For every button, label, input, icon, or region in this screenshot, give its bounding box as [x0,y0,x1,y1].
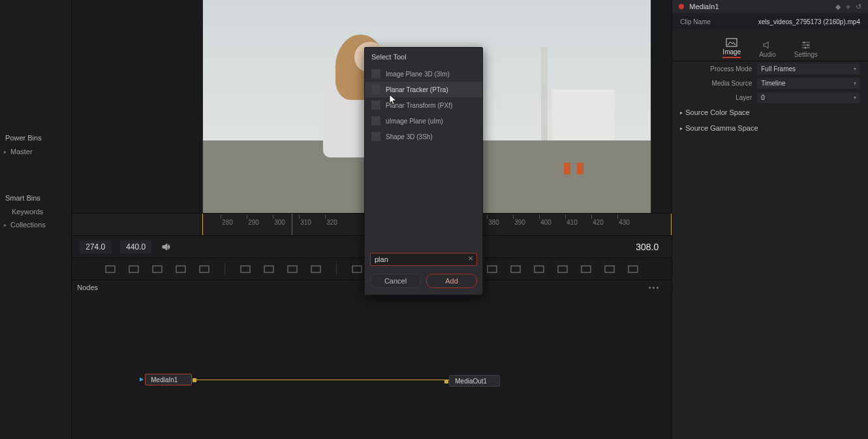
process-mode-select[interactable]: Full Frames ▾ [757,63,860,74]
tool-item[interactable]: Shape 3D (3Sh) [365,129,482,144]
layer-select[interactable]: 0 ▾ [757,92,860,103]
svg-rect-14 [488,266,497,272]
svg-rect-6 [264,266,273,272]
fog-icon[interactable] [604,264,615,274]
dialog-search-wrap: ✕ [370,253,477,266]
audio-tab-icon [762,41,773,50]
node-wire [196,380,449,380]
channel-bool-icon[interactable] [351,264,363,274]
ruler-tick: 300 [274,219,285,226]
node-in-port[interactable] [444,380,448,383]
power-bins-header: Power Bins [0,131,71,145]
node-graph[interactable]: MediaIn1 MediaOut1 ▶ [72,294,672,439]
ruler-tick: 400 [540,219,551,226]
svg-rect-20 [628,266,638,272]
clear-search-icon[interactable]: ✕ [468,255,473,262]
svg-point-24 [804,47,806,49]
tool-item[interactable]: Planar Tracker (PTra) [365,82,482,97]
tab-settings[interactable]: Settings [794,41,818,58]
ruler-tick: 430 [619,219,630,226]
svg-rect-2 [153,266,162,272]
tab-image[interactable]: Image [722,38,741,58]
search-input[interactable] [370,253,477,266]
svg-rect-0 [106,266,115,272]
smart-bin-collections[interactable]: ▸ Collections [0,218,71,231]
tool-item-icon [371,116,380,125]
volume-icon[interactable] [161,242,171,252]
tool-item[interactable]: Image Plane 3D (3Im) [365,66,482,82]
media-source-select[interactable]: Timeline ▾ [757,78,860,89]
time-current[interactable]: 308.0 [636,242,659,252]
svg-point-23 [807,44,809,46]
sparkle-icon[interactable] [198,264,210,274]
tool-item[interactable]: uImage Plane (uIm) [365,113,482,129]
time-in[interactable]: 274.0 [80,240,111,253]
particles-icon[interactable] [533,264,545,274]
tool-list: Image Plane 3D (3Im)Planar Tracker (PTra… [365,66,482,249]
tool-item-label: Planar Tracker (PTra) [386,86,448,93]
smart-bins-header: Smart Bins [0,191,71,205]
source-gamma-space-collapse[interactable]: ▸ Source Gamma Space [672,120,868,136]
svg-rect-19 [605,266,614,272]
svg-rect-7 [288,266,297,272]
stabilize-icon[interactable] [557,264,568,274]
ruler-tick: 280 [222,219,233,226]
svg-rect-3 [176,266,185,272]
svg-rect-8 [311,266,320,272]
merge-node-icon[interactable] [128,264,140,274]
tool-item-label: Shape 3D (3Sh) [386,133,433,140]
viewer-left-empty [72,0,202,213]
3d-cube-icon[interactable] [580,264,592,274]
transform-icon[interactable] [486,264,498,274]
enabled-dot-icon[interactable] [679,4,684,9]
svg-rect-18 [581,266,591,272]
node-out-port[interactable] [193,378,196,382]
drop-icon[interactable] [310,264,322,274]
process-mode-label: Process Mode [672,65,757,73]
ruler-tick: 320 [326,219,337,226]
tool-item-icon [371,69,380,78]
text-node-icon[interactable] [151,264,163,274]
background-node-icon[interactable] [104,264,116,274]
inspector-title: MediaIn1 ◆ ⋄ ↺ [672,0,868,13]
process-mode-row: Process Mode Full Frames ▾ [672,61,868,76]
power-bin-master[interactable]: ▸ Master [0,145,71,158]
settings-tab-icon [800,41,812,50]
smart-bin-keywords[interactable]: Keywords [0,205,71,218]
color-wheel-icon[interactable] [287,264,298,274]
node-mediain1[interactable]: MediaIn1 [145,374,192,385]
keywords-label: Keywords [12,208,43,216]
pen-icon[interactable] [263,264,275,274]
image-tab-icon [726,38,737,47]
tool-item[interactable]: Planar Transform (PXf) [365,97,482,113]
reset-icon[interactable]: ↺ [856,3,861,11]
dialog-title: Select Tool [365,48,482,66]
svg-rect-9 [352,266,362,272]
chevron-down-icon: ▾ [854,95,856,101]
brush-icon[interactable] [240,264,251,274]
keyframe-prev-icon[interactable]: ◆ [835,3,841,11]
master-label: Master [10,148,33,155]
media-source-row: Media Source Timeline ▾ [672,76,868,90]
play-arrow-icon: ▶ [140,376,144,382]
time-out[interactable]: 440.0 [120,240,151,253]
layer-label: Layer [672,94,757,101]
source-color-space-collapse[interactable]: ▸ Source Color Space [672,105,868,120]
node-mediaout1[interactable]: MediaOut1 [449,375,500,387]
tool-item-icon [371,101,380,110]
tool-item-label: Planar Transform (PXf) [386,102,452,109]
nodes-label: Nodes [77,284,98,291]
inspector-tabs: Image Audio Settings [672,30,868,61]
clip-name-row: Clip Name xels_videos_2795173 (2160p).mp… [672,13,868,30]
tracker-icon[interactable] [510,264,521,274]
cloud-icon[interactable] [627,264,639,274]
paint-node-icon[interactable] [175,264,187,274]
keyframe-toggle-icon[interactable]: ⋄ [846,3,850,11]
tab-audio[interactable]: Audio [759,41,776,58]
add-button[interactable]: Add [426,274,477,288]
ruler-tick: 310 [300,219,311,226]
cancel-button[interactable]: Cancel [370,274,421,288]
media-source-label: Media Source [672,80,757,87]
nodes-menu-icon[interactable]: ••• [649,284,660,291]
inspector: MediaIn1 ◆ ⋄ ↺ Clip Name xels_videos_279… [672,0,868,439]
